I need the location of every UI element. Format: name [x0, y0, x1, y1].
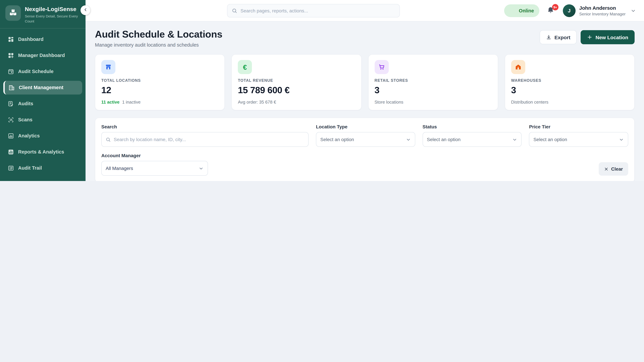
- sidebar-collapse-button[interactable]: [80, 5, 90, 15]
- global-search-input[interactable]: [240, 8, 395, 13]
- stat-icon: €: [238, 60, 252, 74]
- brand-tagline: Sense Every Detail, Secure Every Count: [25, 14, 78, 23]
- stats-row: TOTAL LOCATIONS 12 11 active 1 inactive …: [95, 54, 634, 110]
- page-subtitle: Manage inventory audit locations and sch…: [95, 42, 222, 48]
- new-location-button[interactable]: New Location: [581, 30, 634, 44]
- sidebar-item-label: Client Management: [19, 85, 64, 90]
- sidebar-item-icon: [8, 165, 14, 171]
- global-search: [227, 4, 400, 17]
- page-content: Audit Schedule & Locations Manage invent…: [86, 21, 644, 181]
- top-bar: Online 9+ J John Anderson Senior Invento…: [86, 0, 644, 21]
- sidebar-item-label: Analytics: [18, 133, 40, 138]
- chevron-left-icon: [83, 7, 88, 13]
- brand-logo-boxes-icon: [5, 5, 21, 21]
- stat-label: WAREHOUSES: [511, 78, 628, 82]
- sidebar-item[interactable]: Audit Trail: [3, 161, 82, 175]
- sidebar-item[interactable]: Client Management: [3, 81, 82, 94]
- page-title: Audit Schedule & Locations: [95, 29, 222, 40]
- user-menu[interactable]: J John Anderson Senior Inventory Manager: [563, 4, 636, 17]
- app-root: Nexgile-LogiSense Sense Every Detail, Se…: [0, 0, 644, 181]
- sidebar-item-icon: [8, 132, 14, 139]
- account-manager-select[interactable]: All Managers: [101, 161, 208, 176]
- online-label: Online: [519, 8, 534, 13]
- chevron-down-icon: [198, 166, 204, 171]
- avatar: J: [563, 4, 576, 17]
- chevron-down-icon: [619, 137, 624, 142]
- stat-value: 12: [101, 85, 218, 95]
- stat-label: RETAIL STORES: [374, 78, 492, 82]
- stat-foot-primary: 11 active: [101, 99, 120, 105]
- sidebar-item[interactable]: Manager Dashboard: [3, 48, 82, 62]
- sidebar-item-icon: [8, 52, 14, 59]
- stat-label: TOTAL REVENUE: [238, 78, 355, 82]
- stat-foot-secondary: Distribution centers: [511, 99, 548, 105]
- stat-icon: [101, 60, 116, 74]
- sidebar-item[interactable]: Dashboard: [3, 32, 82, 46]
- sidebar-item-icon: [8, 100, 14, 107]
- clear-filters-button[interactable]: Clear: [599, 162, 628, 176]
- export-button[interactable]: Export: [540, 30, 577, 44]
- price-tier-label: Price Tier: [529, 124, 628, 129]
- sidebar-item-icon: [8, 84, 15, 91]
- online-status-badge: Online: [504, 4, 539, 17]
- stat-label: TOTAL LOCATIONS: [101, 78, 218, 82]
- stat-foot-secondary: Store locations: [374, 99, 403, 105]
- stat-card: RETAIL STORES 3 Store locations: [368, 54, 498, 110]
- sidebar-item-label: Audits: [18, 101, 33, 106]
- sidebar: Nexgile-LogiSense Sense Every Detail, Se…: [0, 0, 86, 181]
- stat-card: € TOTAL REVENUE 15 789 600 € Avg order: …: [232, 54, 362, 110]
- stat-value: 3: [374, 85, 492, 95]
- filters-panel: Search Location Type Select an option: [95, 118, 634, 181]
- bell-icon: [547, 9, 554, 15]
- brand-title: Nexgile-LogiSense: [25, 6, 78, 13]
- stat-card: WAREHOUSES 3 Distribution centers: [505, 54, 635, 110]
- chevron-down-icon: [512, 137, 518, 142]
- search-icon: [106, 137, 111, 142]
- sidebar-item[interactable]: Audits: [3, 97, 82, 110]
- sidebar-menu: Dashboard Manager Dashboard Audit Schedu…: [0, 28, 86, 181]
- main-column: Online 9+ J John Anderson Senior Invento…: [86, 0, 644, 181]
- filter-search-input[interactable]: [114, 137, 304, 142]
- stat-foot-secondary: Avg order: 35 678 €: [238, 99, 276, 105]
- price-tier-select[interactable]: Select an option: [529, 132, 628, 147]
- sidebar-item-icon: [8, 68, 14, 75]
- location-type-select[interactable]: Select an option: [316, 132, 415, 147]
- brand: Nexgile-LogiSense Sense Every Detail, Se…: [0, 0, 86, 28]
- sidebar-item-label: Manager Dashboard: [18, 53, 65, 58]
- chevron-down-icon: [406, 137, 411, 142]
- user-role: Senior Inventory Manager: [579, 11, 626, 16]
- notifications-button[interactable]: 9+: [547, 6, 556, 15]
- stat-card: TOTAL LOCATIONS 12 11 active 1 inactive: [95, 54, 225, 110]
- status-label: Status: [422, 124, 522, 129]
- sidebar-item-label: Scans: [18, 117, 32, 122]
- sidebar-item-label: Reports & Analytics: [18, 149, 64, 155]
- sidebar-item[interactable]: Scans: [3, 113, 82, 126]
- sidebar-item-icon: [8, 36, 14, 42]
- sidebar-item-icon: [8, 116, 14, 123]
- stat-icon: [374, 60, 388, 74]
- sidebar-item[interactable]: Analytics: [3, 129, 82, 143]
- download-icon: [546, 34, 552, 40]
- search-icon: [232, 8, 237, 13]
- cloud-check-icon: [510, 7, 516, 14]
- x-icon: [604, 167, 608, 171]
- notification-count-badge: 9+: [552, 4, 558, 10]
- sidebar-item-icon: [8, 148, 14, 155]
- stat-icon: [511, 60, 525, 74]
- filter-search-label: Search: [101, 124, 308, 129]
- stat-value: 15 789 600 €: [238, 85, 355, 95]
- sidebar-item-icon: [8, 181, 14, 181]
- stat-foot-secondary: 1 inactive: [122, 99, 140, 105]
- chevron-down-icon: [630, 8, 636, 13]
- account-manager-label: Account Manager: [101, 153, 208, 158]
- sidebar-item-label: Audit Schedule: [18, 69, 54, 74]
- sidebar-item[interactable]: Compliance: [3, 177, 82, 181]
- sidebar-item[interactable]: Reports & Analytics: [3, 145, 82, 159]
- sidebar-item[interactable]: Audit Schedule: [3, 64, 82, 78]
- location-type-label: Location Type: [316, 124, 415, 129]
- status-select[interactable]: Select an option: [422, 132, 522, 147]
- sidebar-item-label: Audit Trail: [18, 165, 42, 171]
- plus-icon: [587, 34, 592, 40]
- stat-value: 3: [511, 85, 628, 95]
- sidebar-item-label: Dashboard: [18, 36, 44, 42]
